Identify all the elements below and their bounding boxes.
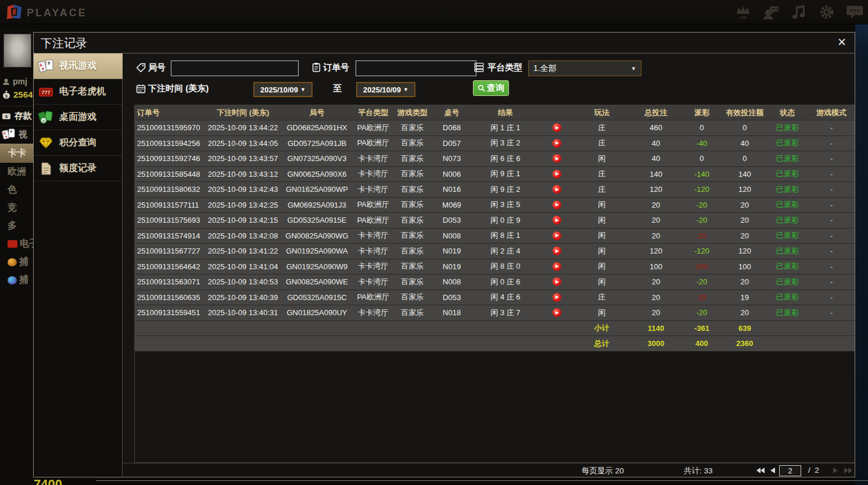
replay-button[interactable] bbox=[553, 247, 561, 255]
cell-order_no: 251009131592746 bbox=[135, 151, 207, 166]
table-row: 2510091315854482025-10-09 13:43:12GN0062… bbox=[135, 166, 855, 182]
menu-item-slots[interactable]: 777 电子老虎机 bbox=[34, 79, 122, 105]
replay-button[interactable] bbox=[553, 262, 561, 271]
date-to-select[interactable]: 2025/10/09 ▼ bbox=[356, 82, 415, 97]
total-status bbox=[767, 336, 808, 351]
replay-button[interactable] bbox=[553, 293, 561, 302]
replay-button[interactable] bbox=[553, 170, 561, 179]
cell-mode: - bbox=[808, 213, 855, 228]
support-icon[interactable] bbox=[762, 3, 780, 21]
replay-button[interactable] bbox=[553, 154, 561, 163]
clipboard-icon bbox=[311, 62, 321, 72]
cell-status: 已派彩 bbox=[767, 167, 808, 182]
svg-text:9: 9 bbox=[48, 61, 50, 65]
replay-button[interactable] bbox=[553, 308, 561, 317]
search-button[interactable]: 查询 bbox=[473, 80, 509, 96]
top-bar: PLAYACE VIP bbox=[0, 0, 868, 24]
cell-order_no: 251009131564642 bbox=[135, 259, 207, 274]
cell-bet_time: 2025-10-09 13:40:31 bbox=[207, 305, 279, 320]
play-icon bbox=[555, 188, 559, 191]
cell-order_no: 251009131559451 bbox=[135, 305, 207, 320]
screen: PLAYACE VIP bbox=[0, 0, 868, 485]
last-page-button[interactable] bbox=[843, 466, 853, 475]
music-icon[interactable] bbox=[790, 3, 808, 21]
first-page-button[interactable] bbox=[755, 466, 765, 475]
platform-type-value: 1.全部 bbox=[533, 63, 557, 74]
chevron-down-icon: ▼ bbox=[300, 87, 306, 92]
svg-text:G: G bbox=[42, 119, 45, 123]
cell-payout: -20 bbox=[681, 213, 722, 228]
next-page-button[interactable] bbox=[830, 466, 841, 475]
cell-payout: -140 bbox=[681, 167, 722, 182]
replay-button[interactable] bbox=[553, 201, 561, 209]
replay-button[interactable] bbox=[553, 216, 561, 224]
cell-mode: - bbox=[808, 290, 855, 305]
cell-valid_bet: 20 bbox=[722, 305, 767, 320]
replay-button[interactable] bbox=[553, 123, 561, 132]
cell-table_no: N008 bbox=[433, 274, 470, 290]
cell-status: 已派彩 bbox=[767, 259, 808, 274]
cell-order_no: 251009131575693 bbox=[135, 213, 207, 228]
cell-platform: 卡卡湾厅 bbox=[355, 259, 391, 274]
menu-label: 额度记录 bbox=[59, 162, 96, 174]
cell-bet_time: 2025-10-09 13:42:15 bbox=[207, 213, 279, 228]
tag-icon bbox=[136, 63, 146, 73]
background-right-strip bbox=[855, 24, 868, 485]
fish2-icon bbox=[8, 276, 17, 284]
menu-label: 桌面游戏 bbox=[59, 111, 96, 123]
cell-payout: 0 bbox=[681, 120, 722, 135]
bg-nav-item: 多 bbox=[0, 217, 33, 235]
cell-table_no: N019 bbox=[433, 259, 470, 274]
order-no-input[interactable] bbox=[356, 60, 476, 76]
cell-total_bet: 100 bbox=[631, 259, 682, 274]
replay-button[interactable] bbox=[553, 139, 561, 148]
replay-button[interactable] bbox=[553, 185, 561, 194]
bg-nav-item: 电子 bbox=[0, 235, 33, 253]
cell-valid_bet: 19 bbox=[722, 290, 767, 305]
cell-bet_time: 2025-10-09 13:44:22 bbox=[207, 120, 279, 135]
cell-result: 闲 0 庄 9 bbox=[470, 213, 541, 228]
menu-item-video-games[interactable]: K♥ 9 视讯游戏 bbox=[34, 54, 134, 79]
table-row: 2510091315959702025-10-09 13:44:22GD0682… bbox=[135, 120, 855, 135]
svg-text:$: $ bbox=[5, 114, 8, 119]
prev-page-button[interactable] bbox=[767, 466, 778, 475]
cell-game_type: 百家乐 bbox=[391, 136, 433, 151]
cell-order_no: 251009131574914 bbox=[135, 229, 207, 244]
close-icon[interactable]: ✕ bbox=[837, 36, 847, 49]
round-no-input[interactable] bbox=[171, 60, 299, 76]
menu-item-points[interactable]: 积分查询 bbox=[34, 130, 122, 156]
cards-icon: K♥ 9 bbox=[1, 128, 16, 141]
table-row: 2510091315646422025-10-09 13:41:04GN0192… bbox=[135, 259, 855, 274]
date-from-select[interactable]: 2025/10/09 ▼ bbox=[253, 82, 313, 97]
table-row: 2510091315630712025-10-09 13:40:53GN0082… bbox=[135, 274, 855, 290]
menu-item-table-games[interactable]: G 桌面游戏 bbox=[34, 105, 122, 130]
cell-play_btn bbox=[541, 274, 573, 290]
cell-status: 已派彩 bbox=[767, 151, 808, 166]
replay-button[interactable] bbox=[553, 277, 561, 286]
cell-payout: 19 bbox=[681, 290, 722, 305]
total-valid_bet: 2360 bbox=[722, 336, 767, 351]
column-header: 派彩 bbox=[681, 105, 722, 120]
settings-gear-icon[interactable] bbox=[818, 3, 835, 21]
bg-nav-item: 捕 bbox=[0, 253, 33, 271]
cell-total_bet: 140 bbox=[631, 167, 682, 182]
menu-item-quota-records[interactable]: 额度记录 bbox=[34, 156, 122, 181]
cell-platform: 卡卡湾厅 bbox=[355, 305, 391, 320]
search-icon bbox=[478, 84, 485, 92]
platform-type-select[interactable]: 1.全部 ▼ bbox=[528, 60, 641, 76]
total-result bbox=[470, 336, 541, 351]
playace-logo-icon bbox=[7, 3, 22, 22]
subtotal-row: 小计1140-361639 bbox=[135, 320, 855, 336]
vip-icon[interactable]: VIP bbox=[734, 3, 752, 21]
replay-button[interactable] bbox=[553, 231, 561, 240]
cell-status: 已派彩 bbox=[767, 229, 808, 244]
chat-icon[interactable] bbox=[846, 3, 863, 21]
dialog-title: 下注记录 bbox=[41, 35, 87, 51]
cell-game_type: 百家乐 bbox=[391, 198, 433, 213]
cell-round_no: GN01625A090WP bbox=[279, 182, 356, 197]
cell-bet_time: 2025-10-09 13:43:12 bbox=[207, 167, 279, 182]
cell-total_bet: 20 bbox=[631, 305, 682, 320]
page-number-input[interactable] bbox=[779, 465, 801, 476]
chevron-down-icon: ▼ bbox=[403, 87, 408, 92]
table-row: 2510091315594512025-10-09 13:40:31GN0182… bbox=[135, 305, 855, 320]
